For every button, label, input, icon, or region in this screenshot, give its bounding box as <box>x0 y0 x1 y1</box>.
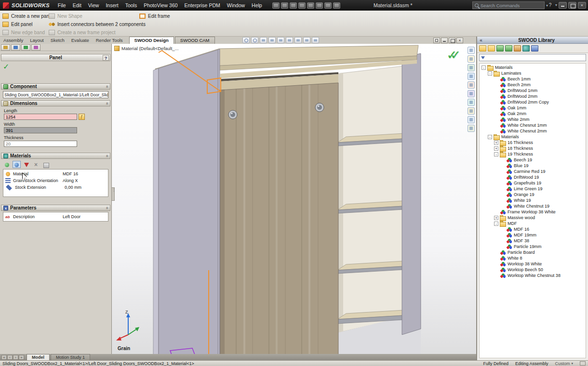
pin-material-icon[interactable] <box>22 161 30 168</box>
machining-icon[interactable] <box>468 81 475 89</box>
hardware-icon[interactable] <box>468 73 475 80</box>
minimize-button[interactable] <box>559 2 567 9</box>
confirm-check-icon[interactable] <box>446 48 454 63</box>
tab-nav-icon[interactable]: › <box>13 355 18 360</box>
tree-expander-icon[interactable]: - <box>494 152 498 157</box>
doc-window-minimize-icon[interactable] <box>441 38 448 43</box>
tree-item[interactable]: DriftWood 19 <box>480 174 586 180</box>
formula-icon[interactable] <box>79 114 85 120</box>
panel-splitter-grip[interactable]: ⋮ <box>112 187 115 201</box>
property-value[interactable]: MDF 16 <box>63 171 106 176</box>
zoom-fit-icon[interactable] <box>242 37 250 43</box>
tree-item[interactable]: Particle 19mm <box>480 244 586 249</box>
search-commands-box[interactable]: ▾ <box>472 1 545 9</box>
materials-icon[interactable] <box>468 64 475 71</box>
taskpane-toggle-icon[interactable] <box>580 361 586 366</box>
study-tab[interactable]: Motion Study 1 <box>51 354 90 360</box>
ribbon-command[interactable]: Insert connectors between 2 components <box>49 21 146 27</box>
dimensions-section-header[interactable]: Dimensions » <box>1 100 110 106</box>
search-input[interactable] <box>481 3 544 8</box>
tree-item[interactable]: Beech 2mm <box>480 82 586 88</box>
tree-item[interactable]: MDF 19mm <box>480 232 586 238</box>
redo[interactable] <box>316 2 323 9</box>
material-property-row[interactable]: Grain/Stock Orientation Along X <box>3 177 108 184</box>
tree-item[interactable]: White Chestnut 19 <box>480 203 586 209</box>
tree-item[interactable]: Worktop 38 White <box>480 261 586 267</box>
tree-item[interactable]: DriftWood 2mm <box>480 93 586 99</box>
open-document[interactable] <box>281 2 288 9</box>
property-value[interactable]: Along X <box>63 178 106 183</box>
configuration-selector[interactable]: Custom ▾ <box>555 361 573 366</box>
tree-item[interactable]: White 2mm <box>480 117 586 122</box>
tree-item[interactable]: Blue 19 <box>480 163 586 169</box>
ribbon-command[interactable]: Edit panel <box>2 21 53 27</box>
material-property-row[interactable]: Material MDF 16 <box>3 170 108 177</box>
home-icon[interactable] <box>468 47 475 54</box>
tree-expander-icon[interactable]: + <box>494 216 498 220</box>
menu-item[interactable]: Help <box>248 0 266 11</box>
tools-icon[interactable] <box>468 107 475 115</box>
collapse-chevron-icon[interactable]: » <box>104 155 109 157</box>
help-icon[interactable]: ? <box>547 1 554 9</box>
commandmanager-tab[interactable]: Sketch <box>47 37 68 44</box>
tree-item[interactable]: Carmine Red 19 <box>480 169 586 174</box>
collapse-chevron-icon[interactable]: » <box>104 102 109 105</box>
tree-expander-icon[interactable]: + <box>494 141 498 145</box>
commandmanager-tab[interactable]: Evaluate <box>68 37 93 44</box>
length-input[interactable] <box>4 114 77 120</box>
tree-item[interactable]: Grapefruits 19 <box>480 180 586 186</box>
width-input[interactable] <box>4 127 77 133</box>
menu-item[interactable]: Window <box>224 0 248 11</box>
tree-item[interactable]: MDF 16 <box>480 226 586 232</box>
tree-item[interactable]: DriftWood 1mm <box>480 88 586 93</box>
collapse-panel-icon[interactable]: « <box>477 38 485 43</box>
doc-window-restore-icon[interactable] <box>449 38 455 43</box>
menu-item[interactable]: Insert <box>102 0 121 11</box>
material-options-icon[interactable] <box>41 161 50 168</box>
tree-item[interactable]: White Chesnut 1mm <box>480 122 586 128</box>
sync-icon[interactable] <box>531 45 538 52</box>
apply-material-icon[interactable] <box>3 161 11 168</box>
open-folder-icon[interactable] <box>488 45 495 52</box>
new-document[interactable] <box>272 2 280 9</box>
commandmanager-tab[interactable]: Assembly <box>0 37 27 44</box>
options-caret-icon[interactable]: ▾ <box>555 3 557 7</box>
tree-item[interactable]: Beech 19 <box>480 157 586 163</box>
close-button[interactable]: × <box>578 2 586 9</box>
appearances-icon[interactable] <box>303 37 310 43</box>
collapse-chevron-icon[interactable]: » <box>104 207 109 209</box>
hide-show-items-icon[interactable] <box>294 37 302 43</box>
component-name-field[interactable]: Sliding Doors_SWOODBox2_1_Material-1/Lef… <box>3 91 108 98</box>
restore-button[interactable] <box>568 2 576 9</box>
tree-expander-icon[interactable]: - <box>481 65 486 70</box>
ribbon-command[interactable]: New edge band <box>2 29 53 36</box>
tree-item[interactable]: - MDF <box>480 221 586 226</box>
library-filter-input[interactable] <box>486 55 584 60</box>
tree-item[interactable]: Frame Worktop 38 White <box>480 209 586 215</box>
refresh-icon[interactable] <box>514 45 521 52</box>
tree-item[interactable]: Oak 2mm <box>480 111 586 117</box>
tree-item[interactable]: + Massive wood <box>480 215 586 221</box>
graphics-viewport[interactable]: Z Material (Default<Default_... ⋮ Grain <box>112 44 476 354</box>
tree-expander-icon[interactable]: - <box>494 222 498 226</box>
section-view-icon[interactable] <box>268 37 276 43</box>
menu-item[interactable]: File <box>54 0 69 11</box>
thickness-input[interactable] <box>4 141 77 147</box>
settings-icon[interactable] <box>468 125 475 132</box>
print-document[interactable] <box>298 2 306 9</box>
menu-item[interactable]: Tools <box>122 0 141 11</box>
study-tab[interactable]: Model <box>27 354 50 360</box>
tab-nav-icon[interactable]: « <box>1 355 7 360</box>
tree-item[interactable]: White Chesnut 2mm <box>480 128 586 134</box>
ribbon-command[interactable]: Create a new frame project <box>49 29 146 36</box>
options[interactable] <box>333 2 340 9</box>
library-icon[interactable] <box>468 116 475 123</box>
tree-item[interactable]: + 18 Thickness <box>480 145 586 151</box>
menu-item[interactable]: Edit <box>69 0 85 11</box>
breadcrumb[interactable]: Material (Default<Default_... <box>114 46 179 51</box>
menu-item[interactable]: Enterprise PDM <box>181 0 224 11</box>
undo[interactable] <box>307 2 314 9</box>
import-icon[interactable] <box>496 45 504 52</box>
cabinet-icon[interactable] <box>468 55 475 63</box>
tree-expander-icon[interactable]: + <box>494 146 498 151</box>
